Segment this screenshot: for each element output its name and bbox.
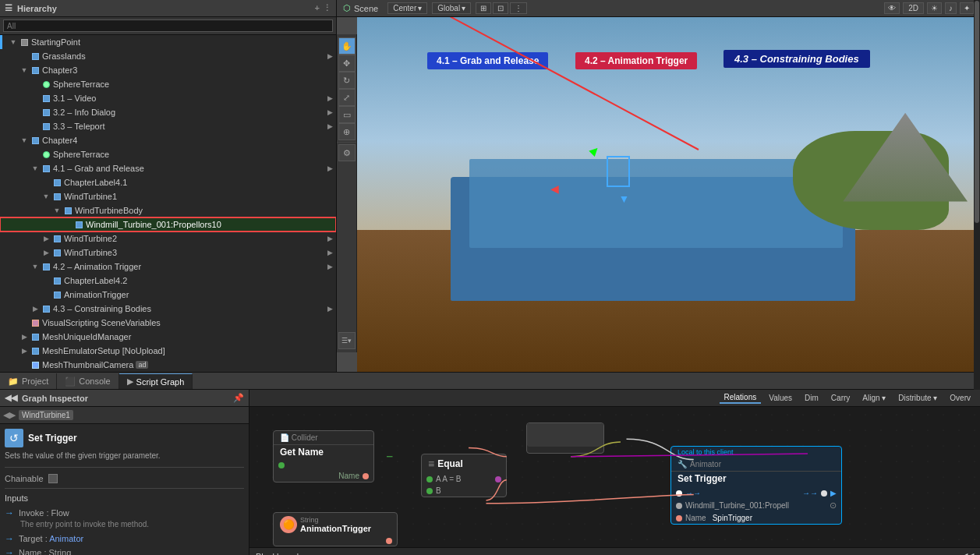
align-btn[interactable]: Align ▾ — [858, 393, 890, 403]
relations-bar: Relations Values Dim Carry Align ▾ Distr… — [249, 390, 980, 407]
scene-gizmo-dropdown[interactable]: ☰▾ — [338, 332, 356, 349]
string-icon: 🟠 — [280, 516, 297, 533]
hand-tool[interactable]: ✋ — [338, 37, 356, 55]
add-object-icon[interactable]: + — [315, 3, 320, 13]
node-animator-set-trigger[interactable]: Local to this client 🔧 Animator Set Trig… — [670, 446, 842, 525]
light-icon[interactable]: ☀ — [927, 2, 942, 14]
inspector-toolbar: ◀▶ WindTurbine1 — [0, 407, 249, 424]
tree-item-chapter-label-41[interactable]: ChapterLabel4.1 — [0, 175, 336, 189]
tree-item-wind-turbine-2[interactable]: ▶ WindTurbine2 ▶ — [0, 232, 336, 246]
tree-item-wind-turbine-body[interactable]: ▼ WindTurbineBody — [0, 203, 336, 217]
2d-button[interactable]: 2D — [903, 2, 924, 14]
tree-item-wind-turbine-3[interactable]: ▶ WindTurbine3 ▶ — [0, 246, 336, 260]
inspector-pin-icon[interactable]: 📌 — [233, 393, 244, 403]
name-row: → Name : String — [5, 546, 244, 555]
relations-btn[interactable]: Relations — [720, 392, 762, 404]
port-row-left1 — [274, 461, 373, 470]
inspector-header: ◀◀ Graph Inspector 📌 — [0, 390, 249, 407]
chainable-row: Chainable — [5, 472, 244, 485]
node-collider-get-name[interactable]: 📄 Collider Get Name Name — [273, 430, 374, 483]
node-type-icon: ↺ — [5, 429, 23, 447]
tree-item-grasslands[interactable]: Grasslands ▶ — [0, 49, 336, 63]
gizmo-icon[interactable]: ⋮ — [510, 2, 527, 14]
center-dropdown[interactable]: Center ▾ — [387, 2, 427, 14]
blackboard-expand-icon[interactable]: ◀◀ — [961, 551, 980, 555]
hierarchy-tree: ▼ StartingPoint Grasslands ▶ ▼ Chapter3 … — [0, 35, 336, 372]
string-node-inner: 🟠 String AnimationTrigger — [274, 513, 397, 536]
inspector-back-icon[interactable]: ◀▶ — [3, 410, 16, 420]
blackboard-bar: Blackboard ◀◀ — [249, 547, 980, 555]
node-equal[interactable]: ≡ Equal A A = B B — [421, 454, 507, 497]
tab-script-graph[interactable]: ▶ Script Graph — [119, 373, 193, 389]
tree-item-wind-turbine-propellers[interactable]: Windmill_Turbine_001:Propellors10 — [0, 217, 336, 232]
snap-icon[interactable]: ⊡ — [493, 2, 508, 14]
tree-item-chapter3[interactable]: ▼ Chapter3 — [0, 63, 336, 77]
tree-item-mesh-unique-id[interactable]: ▶ MeshUniqueIdManager — [0, 330, 336, 344]
tree-item-animation-trigger[interactable]: ▼ 4.2 – Animation Trigger ▶ — [0, 260, 336, 274]
tree-item-wind-turbine-1[interactable]: ▼ WindTurbine1 — [0, 189, 336, 203]
doc-icon: 📄 — [280, 433, 289, 442]
fx-icon[interactable]: ✦ — [960, 2, 974, 14]
global-dropdown[interactable]: Global ▾ — [432, 2, 471, 14]
chainable-label: Chainable — [5, 474, 44, 483]
equal-port-a: A A = B — [422, 473, 506, 485]
tree-item-grab-release[interactable]: ▼ 4.1 – Grab and Release ▶ — [0, 161, 336, 175]
scene-viewport[interactable]: 4.1 – Grab and Release 4.2 – Animation T… — [357, 17, 980, 372]
tree-item-mesh-emulator[interactable]: ▶ MeshEmulatorSetup [NoUpload] — [0, 344, 336, 358]
port-green-a — [426, 476, 433, 483]
node-unnamed-inner — [527, 423, 603, 447]
tree-item-visual-scripting[interactable]: VisualScripting SceneVariables — [0, 316, 336, 330]
overview-btn[interactable]: Overv — [945, 393, 975, 403]
tree-item-mesh-thumbnail[interactable]: MeshThumbnailCamera ad — [0, 358, 336, 372]
tree-item-chapter4[interactable]: ▼ Chapter4 — [0, 133, 336, 147]
hierarchy-panel: ☰ Hierarchy + ⋮ ▼ StartingPoint Grasslan… — [0, 0, 337, 372]
node-title-collider: Get Name — [274, 445, 373, 461]
project-icon: 📁 — [8, 376, 19, 387]
tree-item-anim-trigger[interactable]: AnimationTrigger — [0, 288, 336, 302]
rect-tool[interactable]: ▭ — [338, 106, 356, 123]
inspector-breadcrumb: WindTurbine1 — [19, 410, 73, 420]
invoke-arrow-icon: → — [5, 507, 14, 518]
eye-icon[interactable]: 👁 — [884, 2, 900, 14]
tab-console[interactable]: ⬛ Console — [57, 373, 119, 389]
hierarchy-search[interactable] — [3, 19, 333, 32]
node-string-animation-trigger[interactable]: 🟠 String AnimationTrigger — [273, 512, 398, 546]
node-title-animator: Set Trigger — [671, 472, 841, 487]
inspector-panel: ◀◀ Graph Inspector 📌 ◀▶ WindTurbine1 ↺ S… — [0, 390, 249, 555]
flow-arrows-out-icon: →→ — [802, 489, 818, 497]
tree-item-sphere-terrace-2[interactable]: SphereTerrace — [0, 147, 336, 161]
bottom-tabs-bar: 📁 Project ⬛ Console ▶ Script Graph — [0, 373, 980, 390]
graph-canvas[interactable]: 📄 Collider Get Name Name — [249, 407, 980, 547]
audio-icon[interactable]: ♪ — [945, 2, 957, 14]
dim-btn[interactable]: Dim — [800, 393, 823, 403]
tree-item-starting-point[interactable]: ▼ StartingPoint — [0, 35, 336, 49]
scale-tool[interactable]: ⤢ — [338, 89, 356, 106]
tree-item-video[interactable]: 3.1 – Video ▶ — [0, 91, 336, 105]
distribute-btn[interactable]: Distribute ▾ — [893, 393, 942, 403]
chainable-checkbox[interactable] — [48, 474, 58, 483]
animator-name-row: Name SpinTrigger — [671, 512, 841, 524]
rotate-tool[interactable]: ↻ — [338, 72, 356, 89]
move-tool[interactable]: ✥ — [338, 55, 356, 72]
target-clear-icon[interactable]: ⊙ — [830, 500, 837, 511]
transform-tool[interactable]: ⊕ — [338, 123, 356, 140]
port-name-in — [676, 515, 682, 521]
node-unnamed-gray[interactable] — [526, 422, 604, 454]
port-green-1 — [278, 462, 285, 468]
inspector-collapse-icon[interactable]: ◀◀ — [5, 393, 17, 403]
flow-arrows-icon: →→ — [685, 489, 701, 497]
tree-item-sphere-terrace-1[interactable]: SphereTerrace — [0, 77, 336, 91]
local-label: Local to this client — [671, 447, 841, 458]
tree-item-chapter-label-42[interactable]: ChapterLabel4.2 — [0, 274, 336, 288]
custom-tool[interactable]: ⚙ — [338, 144, 356, 161]
grid-icon[interactable]: ⊞ — [476, 2, 491, 14]
tree-item-teleport[interactable]: 3.3 – Teleport ▶ — [0, 119, 336, 133]
chapter-42-label: 4.2 – Animation Trigger — [575, 52, 697, 69]
carry-btn[interactable]: Carry — [826, 393, 854, 403]
options-icon[interactable]: ⋮ — [323, 3, 331, 13]
tree-item-constraining[interactable]: ▶ 4.3 – Constraining Bodies ▶ — [0, 302, 336, 316]
tab-project[interactable]: 📁 Project — [0, 373, 57, 389]
target-label: Target : Animator — [19, 534, 83, 543]
tree-item-info-dialog[interactable]: 3.2 – Info Dialog ▶ — [0, 105, 336, 119]
values-btn[interactable]: Values — [764, 393, 797, 403]
